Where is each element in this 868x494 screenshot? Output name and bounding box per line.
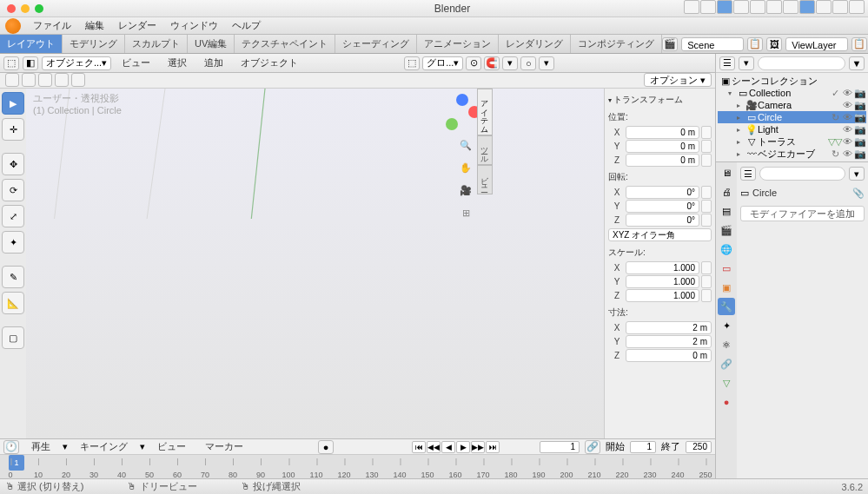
pos-x[interactable]: 0 m xyxy=(626,126,699,139)
tab-sculpt[interactable]: スカルプト xyxy=(125,35,188,53)
prop-tab-output[interactable]: 🖨 xyxy=(718,183,735,201)
tree-vis-icon[interactable]: 👁 xyxy=(842,112,852,123)
tree-vis-icon[interactable]: 📷 xyxy=(854,136,865,148)
prop-tab-particles[interactable]: ✦ xyxy=(718,317,735,334)
autokey-icon[interactable]: ● xyxy=(318,440,334,454)
tree-vis-icon[interactable]: 📷 xyxy=(854,100,865,111)
outliner-display-icon[interactable]: ▾ xyxy=(739,56,754,70)
n-tab-item[interactable]: アイテム xyxy=(477,89,493,135)
tree-vis-icon[interactable]: 👁 xyxy=(842,88,852,99)
jump-end-icon[interactable]: ⏭ xyxy=(486,441,500,453)
rot-y-lock[interactable] xyxy=(701,200,712,213)
mode-dropdown[interactable]: オブジェク... ▾ xyxy=(42,56,111,70)
n-tab-view[interactable]: ビュー xyxy=(477,165,493,194)
pos-z-lock[interactable] xyxy=(701,154,712,167)
tab-layout[interactable]: レイアウト xyxy=(0,35,63,53)
frame-lock-icon[interactable]: 🔗 xyxy=(585,440,600,454)
scale-x[interactable]: 1.000 xyxy=(626,261,699,274)
scale-y-lock[interactable] xyxy=(701,275,712,288)
proportional-dd-icon[interactable]: ▾ xyxy=(539,56,554,70)
prev-key-icon[interactable]: ◀◀ xyxy=(427,441,441,453)
scale-z-lock[interactable] xyxy=(701,289,712,302)
close-icon[interactable] xyxy=(7,4,16,13)
pivot-icon[interactable]: ⊙ xyxy=(466,56,481,70)
mode-icon[interactable]: ◧ xyxy=(23,56,38,70)
scene-browse-icon[interactable]: 🎬 xyxy=(662,37,678,51)
tree-vis-icon[interactable]: 📷 xyxy=(854,88,865,99)
prop-tab-physics[interactable]: ⚛ xyxy=(718,336,735,353)
selmode-icon-5[interactable] xyxy=(71,73,85,87)
menu-file[interactable]: ファイル xyxy=(26,17,78,34)
editor-type-icon[interactable]: ⬚ xyxy=(3,56,19,70)
prop-tab-constraints[interactable]: 🔗 xyxy=(718,355,735,372)
tree-scene-collection[interactable]: ▣ シーンコレクション xyxy=(718,75,866,87)
tree-row[interactable]: ▸〰ベジエカーブ↻👁📷 xyxy=(718,148,866,160)
prop-tab-material[interactable]: ● xyxy=(718,393,735,411)
menu-help[interactable]: ヘルプ xyxy=(225,17,268,34)
next-key-icon[interactable]: ▶▶ xyxy=(471,441,485,453)
prop-tab-world[interactable]: 🌐 xyxy=(718,240,735,258)
pos-y-lock[interactable] xyxy=(701,140,712,153)
camera-icon[interactable]: 🎥 xyxy=(458,182,474,198)
object-pin-icon[interactable]: 📎 xyxy=(852,188,865,199)
tab-anim[interactable]: アニメーション xyxy=(417,35,499,53)
add-modifier-dropdown[interactable]: モディファイアーを追加 xyxy=(740,206,865,221)
rot-x-lock[interactable] xyxy=(701,186,712,199)
vp-menu-object[interactable]: オブジェクト xyxy=(234,55,305,71)
zoom-icon[interactable]: 🔍 xyxy=(458,137,474,153)
tree-row[interactable]: ▸▭Circle↻👁📷 xyxy=(718,111,866,123)
tool-annotate[interactable]: ✎ xyxy=(2,266,24,288)
tab-shading[interactable]: シェーディング xyxy=(335,35,417,53)
minimize-icon[interactable] xyxy=(21,4,30,13)
tool-select[interactable]: ▶ xyxy=(2,92,24,115)
dim-z[interactable]: 0 m xyxy=(626,349,712,362)
transform-header[interactable]: トランスフォーム xyxy=(608,92,712,108)
scene-field[interactable]: Scene xyxy=(681,37,744,51)
dim-y[interactable]: 2 m xyxy=(626,335,712,348)
selmode-icon-4[interactable] xyxy=(55,73,69,87)
tl-playback[interactable]: 再生 xyxy=(24,438,57,455)
tree-toggle-icon[interactable]: ▸ xyxy=(737,102,745,109)
rot-z-lock[interactable] xyxy=(701,214,712,227)
snap-icon[interactable]: 🧲 xyxy=(484,56,500,70)
pos-y[interactable]: 0 m xyxy=(626,140,699,153)
end-frame[interactable]: 250 xyxy=(686,441,712,453)
timeline-editor-icon[interactable]: 🕐 xyxy=(3,440,19,454)
tree-toggle-icon[interactable]: ▾ xyxy=(728,89,737,97)
tab-uv[interactable]: UV編集 xyxy=(188,35,235,53)
tree-toggle-icon[interactable]: ▸ xyxy=(737,150,745,158)
scale-x-lock[interactable] xyxy=(701,261,712,274)
tl-marker[interactable]: マーカー xyxy=(198,438,250,455)
tree-toggle-icon[interactable]: ▸ xyxy=(737,114,745,122)
properties-search[interactable] xyxy=(759,167,845,181)
scale-y[interactable]: 1.000 xyxy=(626,275,699,288)
pan-icon[interactable]: ✋ xyxy=(458,160,474,175)
pos-x-lock[interactable] xyxy=(701,126,712,139)
prop-tab-object[interactable]: ▣ xyxy=(718,279,735,296)
tab-modeling[interactable]: モデリング xyxy=(63,35,125,53)
tab-compositing[interactable]: コンポジティング xyxy=(571,35,662,53)
blender-logo-icon[interactable] xyxy=(5,18,21,34)
prop-tab-collection[interactable]: ▭ xyxy=(718,260,735,277)
tree-row[interactable]: ▸▽トーラス▽▽👁📷 xyxy=(718,135,866,148)
props-options-icon[interactable]: ▾ xyxy=(849,167,865,181)
play-icon[interactable]: ▶ xyxy=(456,441,470,453)
layer-browse-icon[interactable]: 🖼 xyxy=(766,37,782,51)
tree-toggle-icon[interactable]: ▸ xyxy=(737,126,745,134)
prop-tab-scene[interactable]: 🎬 xyxy=(718,221,735,239)
pos-z[interactable]: 0 m xyxy=(626,154,699,167)
tab-rendering[interactable]: レンダリング xyxy=(499,35,571,53)
tree-toggle-icon[interactable]: ▸ xyxy=(737,138,745,146)
options-dropdown[interactable]: オプション ▾ xyxy=(644,73,712,87)
prop-tab-modifier[interactable]: 🔧 xyxy=(718,298,735,315)
tree-vis-icon[interactable]: ↻ xyxy=(830,148,840,160)
gizmo-z-icon[interactable] xyxy=(456,94,468,106)
outliner-search[interactable] xyxy=(758,56,845,70)
maximize-icon[interactable] xyxy=(35,4,43,13)
dim-x[interactable]: 2 m xyxy=(626,321,712,334)
tool-move[interactable]: ✥ xyxy=(2,153,24,175)
scale-z[interactable]: 1.000 xyxy=(626,289,699,302)
tree-vis-icon[interactable]: 👁 xyxy=(842,124,852,135)
layer-new-icon[interactable]: 📋 xyxy=(851,37,867,51)
tl-keying[interactable]: キーイング xyxy=(73,438,135,455)
